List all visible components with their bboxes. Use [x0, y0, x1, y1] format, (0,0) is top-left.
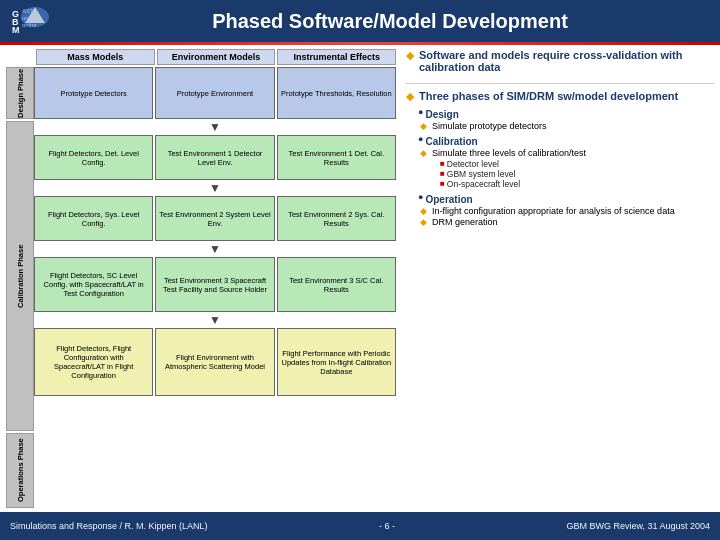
arrow-3: ▼	[34, 243, 396, 255]
design-sub: ◆ Simulate prototype detectors	[420, 121, 714, 131]
design-row-1: Prototype Detectors Prototype Environmen…	[34, 67, 396, 119]
design-label: Design	[425, 109, 458, 120]
ops-detail-2: DRM generation	[432, 217, 498, 227]
ops-label: Operation	[425, 194, 472, 205]
calib3-cell-mass: Flight Detectors, SC Level Config. with …	[34, 257, 153, 312]
calib-sub-3-text: On-spacecraft level	[447, 179, 520, 189]
diamond-design: ◆	[420, 121, 427, 131]
calib-row-3: Flight Detectors, SC Level Config. with …	[34, 257, 396, 312]
right-panel: ◆ Software and models require cross-vali…	[402, 49, 714, 508]
logo-area: G B M AST urst onitor	[10, 3, 60, 39]
calib-sub-3: ■ On-spacecraft level	[440, 179, 714, 189]
calib3-cell-instr: Test Environment 3 S/C Cal. Results	[277, 257, 396, 312]
svg-text:onitor: onitor	[22, 22, 37, 28]
calib-label: Calibration	[425, 136, 477, 147]
ops-cell-mass: Flight Detectors, Flight Configuration w…	[34, 328, 153, 396]
diamond-icon-1: ◆	[406, 49, 414, 62]
col-header-mass: Mass Models	[36, 49, 155, 65]
phase-label-operations: Operations Phase	[6, 433, 34, 508]
sq-2: ■	[440, 169, 445, 178]
design-detail: Simulate prototype detectors	[432, 121, 547, 131]
calib-sub: ◆ Simulate three levels of calibration/t…	[420, 148, 714, 189]
calib3-cell-env: Test Environment 3 Spacecraft Test Facil…	[155, 257, 274, 312]
phase-label-design: Design Phase	[6, 67, 34, 119]
calib1-cell-env: Test Environment 1 Detector Level Env.	[155, 135, 274, 180]
svg-text:urst: urst	[22, 15, 32, 21]
design-cell-env: Prototype Environment	[155, 67, 274, 119]
ops-row-1: Flight Detectors, Flight Configuration w…	[34, 328, 396, 396]
calib-detail: Simulate three levels of calibration/tes…	[432, 148, 586, 158]
right-section-1: ◆ Software and models require cross-vali…	[406, 49, 714, 75]
arrow-4: ▼	[34, 314, 396, 326]
col-header-env: Environment Models	[157, 49, 276, 65]
section2-text: Three phases of SIM/DRM sw/model develop…	[419, 90, 678, 102]
sq-3: ■	[440, 179, 445, 188]
main-content: Mass Models Environment Models Instrumen…	[0, 45, 720, 512]
sq-1: ■	[440, 159, 445, 168]
ops-cell-env: Flight Environment with Atmospheric Scat…	[155, 328, 274, 396]
arrow-1: ▼	[34, 121, 396, 133]
footer-right: GBM BWG Review, 31 August 2004	[566, 521, 710, 531]
divider-1	[406, 83, 714, 84]
right-section-2: ◆ Three phases of SIM/DRM sw/model devel…	[406, 90, 714, 227]
phase-label-calibration: Calibration Phase	[6, 121, 34, 431]
ops-item: ● Operation	[418, 192, 714, 206]
calib-item: ● Calibration	[418, 134, 714, 148]
diamond-icon-2: ◆	[406, 90, 414, 103]
svg-text:M: M	[12, 25, 20, 35]
calib2-cell-instr: Test Environment 2 Sys. Cal. Results	[277, 196, 396, 241]
column-headers: Mass Models Environment Models Instrumen…	[36, 49, 396, 65]
footer-left: Simulations and Response / R. M. Kippen …	[10, 521, 208, 531]
calib1-cell-mass: Flight Detectors, Det. Level Config.	[34, 135, 153, 180]
diamond-ops-1: ◆	[420, 206, 427, 216]
footer-center: - 6 -	[379, 521, 395, 531]
design-cell-mass: Prototype Detectors	[34, 67, 153, 119]
calib2-cell-mass: Flight Detectors, Sys. Level Config.	[34, 196, 153, 241]
bullet-calib: ●	[418, 134, 423, 144]
calib1-cell-instr: Test Environment 1 Det. Cal. Results	[277, 135, 396, 180]
ops-detail-1: In-flight configuration appropriate for …	[432, 206, 675, 216]
calib-row-1: Flight Detectors, Det. Level Config. Tes…	[34, 135, 396, 180]
ops-cell-instr: Flight Performance with Periodic Updates…	[277, 328, 396, 396]
diamond-ops-2: ◆	[420, 217, 427, 227]
footer: Simulations and Response / R. M. Kippen …	[0, 512, 720, 540]
design-cell-instr: Prototype Thresholds, Resolution	[277, 67, 396, 119]
bullet-design: ●	[418, 107, 423, 117]
calib-sub-2-text: GBM system level	[447, 169, 516, 179]
grid-area: Prototype Detectors Prototype Environmen…	[34, 67, 396, 508]
page-title: Phased Software/Model Development	[70, 10, 710, 33]
section1-text: Software and models require cross-valida…	[419, 49, 714, 73]
gbm-logo-icon: G B M AST urst onitor	[10, 3, 60, 39]
diamond-calib: ◆	[420, 148, 427, 158]
bullet-ops: ●	[418, 192, 423, 202]
col-header-instr: Instrumental Effects	[277, 49, 396, 65]
calib-sub-2: ■ GBM system level	[440, 169, 714, 179]
left-panel: Mass Models Environment Models Instrumen…	[6, 49, 396, 508]
calib-sub-1-text: Detector level	[447, 159, 499, 169]
calib2-cell-env: Test Environment 2 System Level Env.	[155, 196, 274, 241]
calib-sub-1: ■ Detector level	[440, 159, 714, 169]
header: G B M AST urst onitor Phased Software/Mo…	[0, 0, 720, 42]
calib-row-2: Flight Detectors, Sys. Level Config. Tes…	[34, 196, 396, 241]
design-item: ● Design	[418, 107, 714, 121]
ops-sub: ◆ In-flight configuration appropriate fo…	[420, 206, 714, 227]
phase-labels: Design Phase Calibration Phase Operation…	[6, 67, 34, 508]
table-area: Design Phase Calibration Phase Operation…	[6, 67, 396, 508]
svg-text:AST: AST	[22, 8, 34, 14]
arrow-2: ▼	[34, 182, 396, 194]
